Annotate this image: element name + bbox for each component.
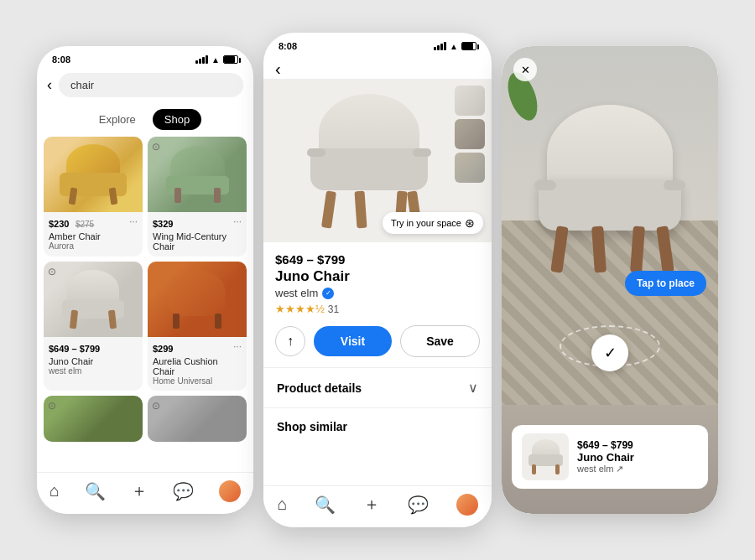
search-area-1: ‹ chair	[37, 70, 253, 104]
signal-bar-1	[195, 60, 198, 64]
verified-badge: ✓	[322, 288, 334, 299]
more-dots-wing[interactable]: ···	[233, 215, 242, 227]
thumb-1[interactable]	[455, 86, 485, 116]
product-image-amber	[44, 137, 143, 212]
phone-2: 8:08 ▲ ‹	[263, 33, 492, 527]
status-bar-3	[502, 46, 718, 60]
brand-row: west elm ✓	[275, 287, 480, 299]
back-button-1[interactable]: ‹	[47, 76, 52, 94]
thumbnail-strip	[455, 86, 485, 183]
share-icon: ↑	[287, 334, 294, 349]
product-price-amber: $230	[49, 219, 69, 229]
signal-bar-2-4	[444, 42, 446, 50]
product-brand-aurelia: Home Universal	[153, 376, 242, 386]
home-icon-1[interactable]: ⌂	[49, 481, 60, 500]
product-brand-juno-sm: west elm	[49, 366, 138, 376]
product-price-wing: $329	[153, 219, 173, 229]
phone-1: 8:08 ▲ ‹ chair Explore Shop	[37, 46, 253, 514]
product-image-partial1: ⊙	[44, 396, 143, 442]
star-rating: ★★★★½	[275, 303, 325, 315]
status-icons-1: ▲	[195, 55, 238, 65]
thumb-3[interactable]	[455, 153, 485, 183]
product-card-partial2[interactable]: ⊙	[148, 396, 247, 442]
search-input-1[interactable]: chair	[59, 73, 243, 97]
chair-leg-fl-ar	[550, 226, 569, 272]
shop-similar-label: Shop similar	[277, 420, 347, 433]
lens-icon-partial2[interactable]: ⊙	[152, 400, 160, 412]
product-card-juno-sm[interactable]: ⊙ $649 – $799 Juno Chair west elm	[44, 262, 143, 391]
battery-2	[461, 42, 476, 50]
signal-bar-4	[206, 55, 208, 64]
save-button[interactable]: Save	[400, 325, 480, 357]
product-image-aurelia	[148, 262, 247, 337]
ar-view: ✕	[502, 46, 718, 514]
wifi-icon-1: ▲	[211, 55, 220, 65]
tab-shop[interactable]: Shop	[153, 109, 201, 130]
lens-icon-partial1[interactable]: ⊙	[48, 400, 56, 412]
signal-bar-2-1	[434, 47, 436, 50]
action-row: ↑ Visit Save	[263, 315, 492, 367]
confirm-placement-button[interactable]: ✓	[591, 334, 628, 371]
search-icon-2[interactable]: 🔍	[315, 495, 336, 515]
product-grid: $230 $275 ··· Amber Chair Aurora ⊙	[37, 137, 253, 442]
product-old-price-amber: $275	[76, 220, 94, 229]
product-image-wing: ⊙	[148, 137, 247, 212]
ar-product-thumbnail	[522, 433, 569, 480]
product-image-juno-sm: ⊙	[44, 262, 143, 337]
home-icon-2[interactable]: ⌂	[277, 495, 287, 514]
add-icon-2[interactable]: ＋	[363, 493, 380, 516]
more-dots-aurelia[interactable]: ···	[233, 340, 242, 352]
ar-product-text: $649 – $799 Juno Chair west elm ↗	[577, 439, 698, 474]
signal-bar-3	[202, 57, 205, 64]
product-details-section[interactable]: Product details ∨	[263, 367, 492, 407]
chair-leg-fr-ar	[591, 226, 607, 273]
ar-chair-model	[530, 105, 690, 272]
chair-arm-right-ar	[664, 180, 685, 190]
search-icon-1[interactable]: 🔍	[85, 481, 106, 501]
ar-price: $649 – $799	[577, 439, 698, 451]
chair-leg-bl-ar	[656, 226, 674, 272]
share-button[interactable]: ↑	[275, 326, 305, 356]
ar-icon: ⊛	[465, 216, 475, 230]
try-in-space-label: Try in your space	[391, 218, 461, 228]
product-card-partial1[interactable]: ⊙	[44, 396, 143, 442]
thumb-2[interactable]	[455, 119, 485, 149]
product-name-amber: Amber Chair	[49, 231, 138, 241]
ar-product-name: Juno Chair	[577, 451, 698, 464]
close-button-ar[interactable]: ✕	[513, 58, 537, 81]
product-card-aurelia[interactable]: $299 ··· Aurelia Cushion Chair Home Univ…	[148, 262, 247, 391]
product-detail-image: Try in your space ⊛	[263, 79, 492, 242]
tabs-1: Explore Shop	[37, 104, 253, 137]
ar-product-info-card[interactable]: $649 – $799 Juno Chair west elm ↗	[512, 425, 708, 489]
status-bar-2: 8:08 ▲	[263, 33, 492, 56]
signal-bars-2	[434, 42, 446, 50]
chevron-icon: ∨	[468, 380, 478, 396]
product-info-amber: $230 $275 ··· Amber Chair Aurora	[44, 212, 143, 256]
chair-leg-br-ar	[630, 226, 645, 273]
wifi-icon-2: ▲	[450, 42, 458, 51]
try-in-space-button[interactable]: Try in your space ⊛	[383, 212, 483, 234]
chair-main-image	[302, 94, 436, 228]
product-card-wing[interactable]: ⊙ $329 ··· Wing Mid-Century Chair	[148, 137, 247, 257]
add-icon-1[interactable]: ＋	[131, 480, 148, 502]
visit-button[interactable]: Visit	[314, 326, 392, 356]
status-icons-2: ▲	[434, 42, 476, 51]
back-button-2[interactable]: ‹	[275, 60, 281, 78]
shop-similar-section[interactable]: Shop similar	[263, 407, 492, 445]
messages-icon-1[interactable]: 💬	[173, 481, 194, 501]
avatar-2[interactable]	[456, 494, 478, 516]
avatar-1[interactable]	[219, 480, 241, 502]
product-name-aurelia: Aurelia Cushion Chair	[153, 356, 242, 376]
messages-icon-2[interactable]: 💬	[408, 495, 429, 515]
review-count: 31	[328, 303, 339, 315]
lens-icon-juno[interactable]: ⊙	[48, 266, 56, 277]
product-details-label: Product details	[277, 381, 362, 395]
chair-seat-ar	[539, 180, 681, 231]
tap-to-place-button[interactable]: Tap to place	[625, 271, 706, 296]
time-2: 8:08	[279, 41, 297, 51]
product-title: Juno Chair	[275, 268, 480, 285]
lens-icon-wing[interactable]: ⊙	[152, 141, 160, 153]
more-dots-amber[interactable]: ···	[129, 215, 138, 227]
product-card-amber[interactable]: $230 $275 ··· Amber Chair Aurora	[44, 137, 143, 257]
tab-explore[interactable]: Explore	[89, 109, 146, 130]
